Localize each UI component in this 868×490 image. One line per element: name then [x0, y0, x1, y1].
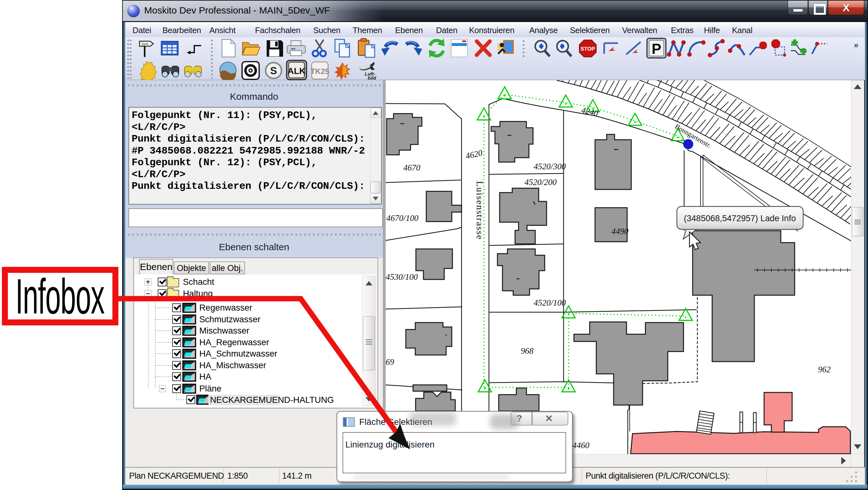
svg-text:Luisenstrasse: Luisenstrasse	[475, 181, 485, 240]
svg-text:4670: 4670	[403, 163, 421, 172]
svg-text:968: 968	[521, 346, 534, 356]
svg-text:69: 69	[386, 357, 395, 367]
svg-text:4520/300: 4520/300	[534, 162, 566, 171]
svg-text:4460: 4460	[572, 440, 590, 450]
svg-text:4520/100: 4520/100	[534, 298, 566, 307]
svg-text:bild: bild	[368, 75, 376, 80]
svg-text:Sym: Sym	[142, 42, 148, 46]
svg-text:P: P	[652, 41, 661, 57]
svg-text:S: S	[270, 65, 277, 76]
svg-text:4490: 4490	[612, 227, 629, 236]
svg-text:STOP: STOP	[581, 46, 595, 52]
svg-text:ALK: ALK	[287, 66, 305, 76]
svg-text:4520/200: 4520/200	[525, 177, 557, 187]
svg-text:(3485068,5472957) Lade Info: (3485068,5472957) Lade Info	[684, 214, 796, 223]
svg-text:4530/100: 4530/100	[386, 272, 418, 282]
svg-text:TK25: TK25	[310, 67, 329, 75]
svg-text:4670/100: 4670/100	[386, 214, 419, 223]
svg-text:962: 962	[818, 365, 831, 374]
